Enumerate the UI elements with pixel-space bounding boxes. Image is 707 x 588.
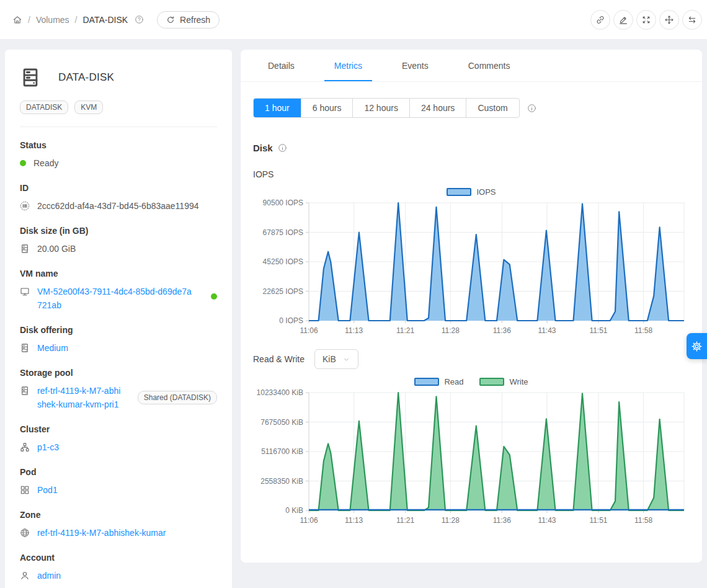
breadcrumb-separator: / xyxy=(28,15,30,25)
svg-text:11:28: 11:28 xyxy=(442,516,460,525)
iops-chart: 0 IOPS22625 IOPS45250 IOPS67875 IOPS9050… xyxy=(253,197,687,341)
time-range-row: 1 hour6 hours12 hours24 hoursCustom xyxy=(253,98,690,118)
tab-bar: DetailsMetricsEventsComments xyxy=(241,50,702,82)
time-range-custom[interactable]: Custom xyxy=(466,99,518,117)
desktop-icon xyxy=(20,287,30,296)
time-range-24-hours[interactable]: 24 hours xyxy=(409,99,466,117)
info-icon[interactable] xyxy=(278,143,287,153)
field-value[interactable]: admin xyxy=(37,569,61,582)
field-value[interactable]: VM-52e00f43-7911-4dc4-85bd-d69de7a721ab xyxy=(37,285,192,312)
disk-icon xyxy=(20,244,30,254)
field-disk-size-in-gb-: Disk size (in GB)20.00 GiB xyxy=(20,225,217,256)
move-button[interactable] xyxy=(659,10,679,30)
field-value-row: p1-c3 xyxy=(20,440,217,454)
field-account: Accountadmin xyxy=(20,551,217,582)
move-icon xyxy=(664,15,674,25)
field-value[interactable]: Medium xyxy=(37,341,68,355)
time-range-6-hours[interactable]: 6 hours xyxy=(301,99,353,117)
svg-text:11:58: 11:58 xyxy=(634,326,652,335)
svg-text:11:36: 11:36 xyxy=(493,326,511,335)
disk-icon xyxy=(20,343,30,353)
legend-label: Write xyxy=(509,377,528,386)
tab-comments[interactable]: Comments xyxy=(458,61,520,81)
legend-item-read[interactable]: Read xyxy=(414,377,463,386)
field-value-row: Medium xyxy=(20,341,217,355)
svg-text:7675050 KiB: 7675050 KiB xyxy=(260,418,303,427)
field-storage-pool: Storage poolref-trl-4119-k-M7-abhishek-k… xyxy=(20,367,217,411)
resource-tags: DATADISKKVM xyxy=(20,100,217,114)
settings-gear-button[interactable] xyxy=(687,333,707,359)
svg-text:2558350 KiB: 2558350 KiB xyxy=(260,477,303,486)
field-value[interactable]: p1-c3 xyxy=(37,440,59,454)
legend-label: IOPS xyxy=(476,187,496,197)
field-value[interactable]: ref-trl-4119-k-M7-abhishek-kumar xyxy=(37,526,166,540)
edit-button[interactable] xyxy=(613,10,633,30)
globe-icon xyxy=(20,528,30,538)
tab-metrics[interactable]: Metrics xyxy=(324,61,372,81)
status-dot xyxy=(20,160,26,166)
migrate-button[interactable] xyxy=(682,10,702,30)
resize-button[interactable] xyxy=(636,10,656,30)
pod-icon xyxy=(20,485,30,495)
vm-status-dot xyxy=(211,293,217,300)
field-pod: PodPod1 xyxy=(20,466,217,497)
legend-item-write[interactable]: Write xyxy=(479,377,528,386)
field-value-row: Ready xyxy=(20,156,217,170)
svg-text:11:13: 11:13 xyxy=(345,326,363,335)
tab-events[interactable]: Events xyxy=(392,61,438,81)
info-icon[interactable] xyxy=(527,104,536,113)
tab-details[interactable]: Details xyxy=(258,61,305,81)
divider xyxy=(20,127,217,127)
page-content: DATA-DISK DATADISKKVM StatusReadyID2ccc6… xyxy=(0,40,707,588)
field-value-row: ref-trl-4119-k-M7-abhishek-kumar xyxy=(20,526,217,540)
svg-text:11:36: 11:36 xyxy=(493,516,511,525)
resource-title: DATA-DISK xyxy=(58,71,114,84)
disk-section-title-row: Disk xyxy=(253,143,690,153)
metrics-panel: 1 hour6 hours12 hours24 hoursCustom Disk… xyxy=(241,82,702,530)
resource-fields: StatusReadyID2ccc62dd-af4a-43d7-bd45-6b8… xyxy=(20,139,217,582)
cluster-icon xyxy=(20,442,30,452)
field-value[interactable]: ref-trl-4119-k-M7-abhishek-kumar-kvm-pri… xyxy=(37,384,123,411)
legend-label: Read xyxy=(444,377,463,386)
unit-select-value: KiB xyxy=(322,354,336,364)
svg-text:11:51: 11:51 xyxy=(589,516,607,525)
volume-icon xyxy=(20,67,41,88)
field-value[interactable]: Pod1 xyxy=(37,483,58,497)
svg-text:11:21: 11:21 xyxy=(396,516,414,525)
home-icon[interactable] xyxy=(12,15,22,25)
svg-text:11:51: 11:51 xyxy=(589,326,607,335)
unit-select[interactable]: KiB xyxy=(314,349,358,369)
breadcrumb-volumes[interactable]: Volumes xyxy=(36,15,69,25)
link-button[interactable] xyxy=(590,10,610,30)
breadcrumb-separator: / xyxy=(75,15,78,25)
tag-datadisk[interactable]: DATADISK xyxy=(20,100,68,114)
user-icon xyxy=(20,571,30,581)
read-write-chart: 0 KiB2558350 KiB5116700 KiB7675050 KiB10… xyxy=(253,386,687,530)
time-range-12-hours[interactable]: 12 hours xyxy=(352,99,409,117)
refresh-button[interactable]: Refresh xyxy=(157,11,220,29)
resource-sidebar: DATA-DISK DATADISKKVM StatusReadyID2ccc6… xyxy=(5,50,232,588)
field-cluster: Clusterp1-c3 xyxy=(20,423,217,454)
svg-text:11:43: 11:43 xyxy=(538,516,556,525)
field-id: ID2ccc62dd-af4a-43d7-bd45-6b83aae11994 xyxy=(20,182,217,213)
time-range-1-hour[interactable]: 1 hour xyxy=(254,99,301,117)
field-label: ID xyxy=(20,182,217,194)
read-write-chart-title: Read & Write xyxy=(253,354,305,364)
tag-kvm[interactable]: KVM xyxy=(74,100,103,114)
help-icon[interactable] xyxy=(135,15,144,24)
field-value-row: 20.00 GiB xyxy=(20,242,217,256)
svg-text:90500 IOPS: 90500 IOPS xyxy=(263,198,303,207)
svg-text:11:13: 11:13 xyxy=(345,516,363,525)
field-label: Zone xyxy=(20,509,217,521)
svg-text:5116700 KiB: 5116700 KiB xyxy=(261,447,303,456)
legend-item-iops[interactable]: IOPS xyxy=(447,187,496,197)
svg-text:11:43: 11:43 xyxy=(538,326,556,335)
field-label: Disk offering xyxy=(20,324,217,336)
time-range-group: 1 hour6 hours12 hours24 hoursCustom xyxy=(253,98,520,118)
iops-chart-legend: IOPS xyxy=(253,187,690,197)
disk-section-title: Disk xyxy=(253,143,273,153)
resource-header: DATA-DISK xyxy=(20,67,217,88)
field-label: VM name xyxy=(20,267,217,280)
field-vm-name: VM nameVM-52e00f43-7911-4dc4-85bd-d69de7… xyxy=(20,267,217,312)
link-icon xyxy=(595,15,605,25)
